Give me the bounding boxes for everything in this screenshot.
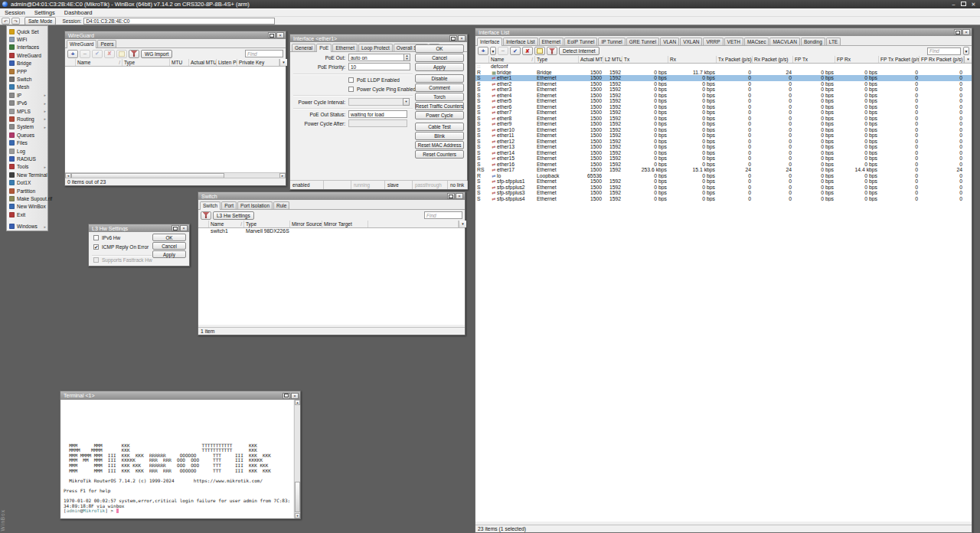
column-header-fp-tx-packet-p-s[interactable]: FP Tx Packet (p/s) — [879, 56, 920, 63]
enable-icon[interactable]: ✔ — [92, 50, 103, 58]
sidebar-item-mpls[interactable]: MPLS▸ — [7, 107, 47, 115]
torch-button[interactable]: Torch — [415, 93, 464, 101]
column-header-fp-tx[interactable]: FP Tx — [793, 56, 835, 63]
apply-button[interactable]: Apply — [152, 250, 186, 258]
interface-row-bridge[interactable]: R▦bridgeBridge150015920 bps11.7 kbps0240… — [475, 70, 972, 76]
interface-list-tab-bonding[interactable]: Bonding — [801, 38, 825, 45]
filter-icon[interactable] — [129, 50, 139, 58]
terminal-close-button[interactable]: × — [291, 393, 299, 399]
interface-list-tab-macsec[interactable]: MACsec — [744, 38, 769, 45]
power-cycle-interval-dropdown-icon[interactable]: ▼ — [403, 98, 410, 106]
sidebar-item-ip[interactable]: IP▸ — [7, 91, 47, 99]
power-cycle-interval-select[interactable] — [348, 98, 403, 106]
l3-hw-settings-button[interactable]: L3 Hw Settings — [213, 211, 254, 220]
add-dropdown-icon[interactable]: ▼ — [490, 47, 496, 55]
cancel-button[interactable]: Cancel — [415, 54, 464, 62]
sidebar-item-log[interactable]: Log — [7, 147, 47, 155]
filter-icon[interactable] — [547, 47, 557, 55]
sidebar-item-partition[interactable]: Partition — [7, 187, 47, 195]
sidebar-item-new-terminal[interactable]: New Terminal — [7, 171, 47, 178]
poe-priority-input[interactable]: 10 — [348, 63, 410, 70]
ether1-window-titlebar[interactable]: Interface <ether1> × — [290, 34, 467, 42]
sidebar-item-mesh[interactable]: Mesh — [7, 83, 47, 91]
wireguard-close-button[interactable]: × — [276, 32, 284, 38]
icmp-reply-on-error-checkbox[interactable]: ✔ — [93, 244, 99, 250]
ok-button[interactable]: OK — [415, 44, 464, 53]
switch-tab-port-isolation[interactable]: Port Isolation — [237, 201, 273, 209]
interface-list-tab-veth[interactable]: VETH — [724, 38, 743, 45]
column-header-listen-port[interactable]: Listen Port — [217, 59, 237, 66]
column-header-type[interactable]: Type — [122, 59, 170, 66]
wireguard-window-titlebar[interactable]: WireGuard × — [65, 31, 286, 39]
interface-list-tab-gre-tunnel[interactable]: GRE Tunnel — [626, 38, 659, 45]
sidebar-item-ipv6[interactable]: IPv6▸ — [7, 100, 47, 107]
interface-list-maximize-button[interactable] — [954, 29, 962, 35]
interface-list-tab-macvlan[interactable]: MACVLAN — [769, 38, 799, 45]
scrollbar-thumb[interactable] — [295, 482, 300, 512]
interface-row-ether14[interactable]: S⇄ether14Ethernet150015920 bps0 bps000 b… — [475, 150, 972, 156]
column-header-mirror-target[interactable]: Mirror Target — [322, 221, 368, 227]
sidebar-item-radius[interactable]: RADIUS — [7, 155, 47, 162]
comment-icon[interactable] — [116, 50, 127, 58]
reset-mac-address-button[interactable]: Reset MAC Address — [415, 141, 464, 149]
ok-button[interactable]: OK — [152, 234, 186, 241]
find-input[interactable]: Find — [245, 50, 283, 57]
interface-row-ether1[interactable]: S⇄ether1Ethernet150015920 bps0 bps000 bp… — [475, 75, 972, 81]
sidebar-item-routing[interactable]: Routing▸ — [7, 115, 47, 123]
column-header-tx[interactable]: Tx — [622, 56, 668, 63]
sidebar-item-quick-set[interactable]: Quick Set — [7, 28, 47, 35]
terminal-prompt[interactable]: [admin@MikroTik] > — [64, 508, 292, 514]
interface-list-tab-eoip-tunnel[interactable]: EoIP Tunnel — [564, 38, 597, 45]
interface-row-lo[interactable]: R⇄loLoopback655360 bps0 bps000 bps0 bps0… — [475, 173, 972, 179]
poe-out-select[interactable]: auto on — [348, 54, 404, 61]
terminal-output[interactable]: MMM MMM KKK TTTTTTTTTTT KKK MMMM MMMM KK… — [61, 400, 293, 518]
interface-row-sfp-sfpplus1[interactable]: S⇄sfp-sfpplus1Ethernet150015920 bps0 bps… — [475, 178, 972, 185]
redo-button[interactable]: ↷ — [11, 18, 20, 25]
column-header-fp-rx[interactable]: FP Rx — [835, 56, 879, 63]
disable-button[interactable]: Disable — [415, 74, 464, 83]
switch-tab-rule[interactable]: Rule — [273, 201, 289, 209]
filter-icon[interactable] — [201, 211, 211, 220]
ether1-tab-poe[interactable]: PoE — [316, 44, 332, 52]
sidebar-item-new-winbox[interactable]: New WinBox — [7, 203, 47, 211]
terminal-vscrollbar[interactable]: ▲ ▼ — [294, 400, 300, 518]
cable-test-button[interactable]: Cable Test — [415, 123, 464, 131]
sidebar-item-interfaces[interactable]: Interfaces — [7, 44, 47, 51]
interface-row-ether15[interactable]: S⇄ether15Ethernet150015920 bps0 bps000 b… — [475, 155, 972, 162]
column-header-flags[interactable] — [475, 56, 489, 63]
interface-row-ether6[interactable]: S⇄ether6Ethernet150015920 bps0 bps000 bp… — [475, 104, 972, 110]
table-row-switch1[interactable]: switch1Marvell 98DX226S — [198, 228, 465, 234]
interface-row-ether16[interactable]: S⇄ether16Ethernet150015920 bps0 bps000 b… — [475, 162, 972, 168]
column-header-private-key[interactable]: Private Key — [237, 59, 279, 66]
sidebar-item-make-supout-rif[interactable]: Make Supout.rif — [7, 195, 47, 202]
cancel-button[interactable]: Cancel — [152, 242, 186, 250]
ether1-tab-ethernet[interactable]: Ethernet — [332, 44, 358, 51]
column-menu-icon[interactable]: ▼ — [279, 59, 287, 66]
sidebar-item-windows[interactable]: Windows▸ — [7, 222, 47, 230]
detect-internet-button[interactable]: Detect Internet — [559, 47, 599, 55]
interface-row-ether12[interactable]: S⇄ether12Ethernet150015920 bps0 bps000 b… — [475, 139, 972, 145]
sidebar-item-tools[interactable]: Tools▸ — [7, 163, 47, 171]
column-header-item[interactable] — [368, 221, 459, 227]
scroll-down-icon[interactable]: ▼ — [295, 513, 300, 518]
interface-list-close-button[interactable]: × — [962, 29, 970, 35]
column-header-mirror-source[interactable]: Mirror Source — [290, 221, 322, 227]
menu-dashboard[interactable]: Dashboard — [60, 8, 97, 16]
interface-row-ether17[interactable]: RS⇄ether17Ethernet15001592253.6 kbps15.1… — [475, 167, 972, 173]
interface-list-tab-vlan[interactable]: VLAN — [660, 38, 679, 45]
interface-list-tab-vrrp[interactable]: VRRP — [703, 38, 723, 45]
column-header-flags[interactable] — [65, 59, 76, 66]
interface-row-ether13[interactable]: S⇄ether13Ethernet150015920 bps0 bps000 b… — [475, 144, 972, 150]
switch-tab-switch[interactable]: Switch — [200, 201, 220, 210]
menu-session[interactable]: Session — [0, 8, 30, 16]
switch-maximize-button[interactable] — [447, 193, 455, 199]
column-header-name[interactable]: Name — [209, 221, 244, 227]
wireguard-tab-wireguard[interactable]: WireGuard — [67, 40, 96, 48]
column-header-l2-mtu[interactable]: L2 MTU — [603, 56, 622, 63]
app-maximize-button[interactable] — [959, 1, 968, 8]
scroll-up-icon[interactable]: ▲ — [295, 400, 300, 405]
switch-tab-port[interactable]: Port — [221, 201, 237, 209]
wireguard-maximize-button[interactable] — [268, 32, 276, 38]
interface-list-tab-lte[interactable]: LTE — [826, 38, 841, 45]
switch-table-body[interactable]: switch1Marvell 98DX226S — [198, 228, 465, 325]
